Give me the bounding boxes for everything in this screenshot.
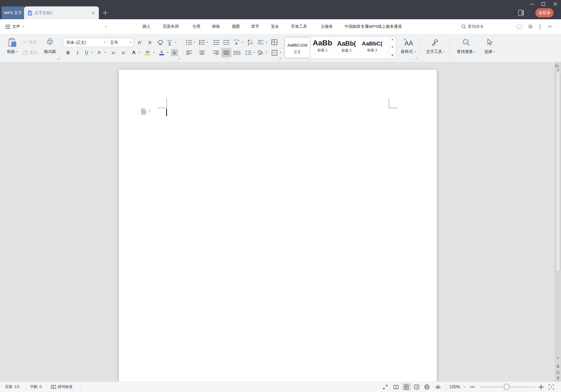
zoom-slider-knob[interactable] [504,384,509,390]
tab-security[interactable]: 安全 [271,19,279,34]
text-direction-button[interactable]: A [232,38,240,46]
tab-view[interactable]: 视图 [232,19,240,34]
text-effects-button[interactable]: A [130,49,138,57]
numbering-dropdown[interactable] [206,40,209,44]
search-command[interactable]: 查找命令 [461,19,484,34]
borders-button[interactable] [270,49,278,57]
read-layout-icon[interactable] [393,382,399,392]
align-left-button[interactable] [185,49,193,57]
zoom-level-dropdown[interactable] [463,382,465,392]
page-count[interactable]: 页面: 1/1 [5,382,20,392]
text-effects-dropdown[interactable] [138,51,141,55]
style-normal[interactable]: AaBbCcDd 正文 [285,37,310,58]
tab-section[interactable]: 章节 [251,19,259,34]
hamburger-icon[interactable] [5,19,10,34]
eye-protection-icon[interactable] [435,382,441,392]
grow-font-button[interactable]: A+ [136,38,145,47]
sort-button[interactable]: AZ [246,38,254,46]
tab-china-post-channel[interactable]: 中国邮政专属WPS线上服务通道 [345,19,402,34]
tab-review[interactable]: 审阅 [212,19,220,34]
margin-helper-dropdown[interactable] [149,110,150,111]
font-size-combobox[interactable]: 五号 [108,38,133,47]
document-tab[interactable]: W 文字文稿1 [24,6,99,19]
tab-stops-button[interactable]: F [270,38,278,46]
font-color-dropdown[interactable] [166,51,169,55]
styles-scroll-up-icon[interactable] [391,39,394,40]
line-spacing-dropdown[interactable] [253,51,256,55]
document-page[interactable] [119,70,437,382]
strikethrough-button[interactable]: A [95,49,103,57]
next-page-icon[interactable] [557,377,559,380]
font-name-combobox[interactable]: 宋体 (正文) [64,38,108,47]
tab-close-icon[interactable] [92,11,95,15]
text-tools-button[interactable]: 文字工具 [423,37,448,58]
web-layout-icon[interactable] [424,382,430,392]
select-button[interactable]: 选择 [480,37,499,58]
style-heading2[interactable]: AaBb( 标题 2 [335,37,358,58]
quick-access-chevron-icon[interactable] [105,19,107,34]
scroll-down-icon[interactable] [557,358,559,359]
clear-format-icon[interactable] [156,38,165,47]
sidebar-toggle-icon[interactable] [518,10,524,16]
styles-gallery-scroll[interactable] [389,37,396,59]
login-button[interactable]: 未登录 [535,8,554,17]
more-options-icon[interactable] [539,19,540,34]
feedback-chat-icon[interactable] [517,19,523,34]
collapse-ribbon-icon[interactable] [548,19,552,34]
new-style-button[interactable]: AA 新样式 [398,37,418,58]
close-button[interactable] [549,0,561,8]
shading-button[interactable] [256,49,264,57]
strikethrough-dropdown[interactable] [104,51,107,55]
zoom-in-button[interactable] [539,382,544,392]
scrollbar-thumb[interactable] [556,72,560,272]
styles-more-icon[interactable] [391,54,394,57]
paragraph-layout-dropdown[interactable] [265,40,268,44]
shrink-font-button[interactable]: A- [146,38,155,47]
char-shading-button[interactable]: A [171,49,178,56]
vertical-scrollbar[interactable] [555,62,561,392]
numbering-button[interactable] [198,38,206,46]
justify-button[interactable] [221,48,231,57]
font-color-button[interactable]: A [158,49,166,57]
select-browse-object-icon[interactable] [556,371,559,374]
wps-app-button[interactable]: WPS 文字 [2,6,24,19]
line-spacing-button[interactable] [244,49,252,57]
zoom-out-button[interactable] [470,382,475,392]
highlight-color-button[interactable]: ab [143,49,152,57]
scroll-up-icon[interactable] [557,69,559,70]
underline-dropdown[interactable] [90,51,94,55]
tab-dev-tools[interactable]: 开发工具 [291,19,307,34]
find-replace-button[interactable]: 查找替换 [453,37,480,58]
document-area[interactable] [0,62,561,382]
font-dialog-launcher[interactable] [177,57,180,59]
fit-page-icon[interactable] [549,382,554,392]
paste-button[interactable]: 粘贴 [4,37,21,58]
align-right-button[interactable] [212,49,220,57]
underline-button[interactable]: U [83,49,90,57]
zoom-level[interactable]: 100% [449,382,460,392]
tab-insert[interactable]: 插入 [142,19,150,34]
file-menu[interactable]: 文件 [12,19,20,34]
shading-dropdown[interactable] [265,51,268,55]
increase-indent-button[interactable] [222,38,230,46]
maximize-button[interactable] [537,0,549,8]
pinyin-guide-button[interactable]: wén 文 [166,38,174,47]
paragraph-layout-button[interactable] [256,38,264,46]
fullscreen-view-icon[interactable] [383,382,388,392]
minimize-button[interactable] [526,0,537,8]
file-menu-chevron-icon[interactable] [22,19,24,34]
tab-references[interactable]: 引用 [192,19,200,34]
styles-scroll-down-icon[interactable] [391,46,394,48]
paragraph-dialog-launcher[interactable] [278,57,281,59]
bold-button[interactable]: B [64,49,72,57]
borders-dropdown[interactable] [279,51,282,55]
outline-view-icon[interactable] [414,382,419,392]
subscript-button[interactable]: X2 [119,49,128,57]
ruler-toggle-icon[interactable] [555,64,561,67]
highlight-dropdown[interactable] [152,51,155,55]
styles-dialog-launcher[interactable] [415,57,417,59]
new-tab-button[interactable] [102,10,108,16]
clipboard-dialog-launcher[interactable] [57,57,59,59]
italic-button[interactable]: I [74,49,81,57]
tab-cloud[interactable]: 云服务 [321,19,333,34]
